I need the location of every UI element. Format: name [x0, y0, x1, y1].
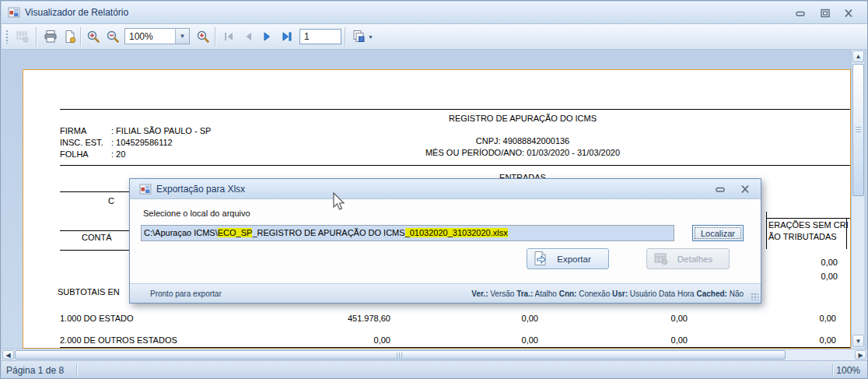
- dialog-body: Selecione o local do arquivo C:\Apuraçao…: [130, 199, 761, 283]
- zoom-tool-button[interactable]: [194, 28, 212, 45]
- save-export-button[interactable]: ▼: [349, 28, 376, 45]
- dialog-title-bar: Exportação para Xlsx: [130, 179, 761, 199]
- close-icon: [843, 9, 854, 18]
- vertical-scroll-thumb[interactable]: [852, 64, 864, 196]
- zoom-combobox[interactable]: ▼: [124, 28, 190, 44]
- partial-header-text: C: [108, 196, 114, 205]
- scroll-up-button[interactable]: ▲: [852, 51, 864, 62]
- row-label: 1.000 DO ESTADO: [60, 314, 134, 323]
- zoom-in-icon: [86, 30, 100, 44]
- file-location-label: Selecione o local do arquivo: [143, 209, 250, 218]
- app-icon: [139, 183, 152, 198]
- status-bar: Página 1 de 8 100%: [2, 360, 868, 379]
- minimize-icon: [715, 184, 726, 194]
- zoom-value-input[interactable]: [125, 29, 175, 44]
- toolbar-separator: [80, 27, 82, 47]
- close-button[interactable]: [838, 5, 859, 21]
- previous-page-button: [240, 28, 257, 45]
- first-page-icon: [222, 30, 235, 43]
- right-column-header: ÃO TRIBUTADAS: [768, 232, 837, 241]
- title-bar: Visualizador de Relatório: [2, 2, 868, 24]
- vertical-scrollbar[interactable]: ▲ ▼: [851, 50, 864, 349]
- magnifier-plus-icon: [196, 30, 210, 44]
- app-icon: [8, 6, 20, 22]
- horizontal-scrollbar[interactable]: ◀ ▶: [2, 349, 868, 360]
- status-separator: [76, 363, 78, 377]
- previous-page-icon: [242, 30, 254, 43]
- dialog-status-message: Pronto para exportar: [150, 284, 222, 304]
- resize-grip[interactable]: [751, 293, 758, 300]
- chevron-down-icon[interactable]: ▼: [175, 29, 189, 44]
- toolbar: ▼ ▼: [2, 24, 868, 50]
- window-title: Visualizador de Relatório: [25, 2, 128, 24]
- export-options-button: [14, 28, 31, 45]
- report-rule: [60, 347, 850, 348]
- export-page-icon: [534, 251, 548, 268]
- table-wrench-icon: [16, 30, 30, 44]
- next-page-button[interactable]: [259, 28, 276, 45]
- report-rule: [766, 218, 851, 219]
- dialog-minimize-button[interactable]: [710, 181, 730, 197]
- row-label: 2.000 DE OUTROS ESTADOS: [60, 335, 177, 345]
- report-viewer-window: Visualizador de Relatório: [0, 0, 868, 379]
- arrow-up-icon: ▲: [856, 53, 862, 60]
- page-info: Página 1 de 8: [6, 361, 64, 379]
- toolbar-separator: [215, 27, 216, 47]
- file-path-field[interactable]: C:\Apuraçao ICMS\ECO_SP_REGISTRO DE APUR…: [141, 225, 674, 241]
- close-icon: [740, 184, 751, 194]
- last-page-icon: [281, 30, 293, 43]
- scroll-down-button[interactable]: ▼: [852, 335, 864, 347]
- arrow-right-icon: ▶: [858, 352, 863, 359]
- zoom-out-icon: [106, 30, 120, 44]
- report-title: REGISTRO DE APURAÇÃO DO ICMS: [250, 114, 795, 123]
- dialog-close-button[interactable]: [735, 181, 755, 197]
- first-page-button: [220, 28, 237, 45]
- toolbar-grip[interactable]: [5, 30, 9, 44]
- last-page-button[interactable]: [278, 28, 296, 45]
- chevron-down-icon: ▼: [368, 34, 373, 40]
- exportar-button[interactable]: Exportar: [527, 248, 609, 269]
- arrow-down-icon: ▼: [856, 338, 862, 345]
- page-number-input[interactable]: [299, 29, 341, 44]
- zoom-level: 100%: [836, 361, 860, 379]
- localizar-button[interactable]: Localizar: [692, 225, 744, 241]
- print-button[interactable]: [42, 28, 59, 45]
- dialog-status-bar: Pronto para exportar Ver.: Versão Tra.: …: [130, 283, 761, 303]
- focus-rect: [695, 227, 741, 239]
- printer-icon: [44, 30, 58, 44]
- scroll-right-button[interactable]: ▶: [855, 350, 866, 360]
- report-period: MÊS OU PERÍODO/ANO: 01/03/2020 - 31/03/2…: [250, 148, 795, 157]
- right-column-header: ERAÇÕES SEM CRI: [768, 220, 849, 230]
- report-rule: [60, 109, 850, 110]
- status-separator: [832, 363, 834, 377]
- cell-value: 451.978,60: [297, 314, 390, 323]
- next-page-icon: [261, 30, 274, 43]
- cell-value: 0,00: [743, 335, 836, 345]
- export-document-icon: [352, 30, 367, 44]
- minimize-button[interactable]: [790, 5, 810, 21]
- cell-value: 0,00: [445, 335, 538, 345]
- cell-value: 0,00: [594, 335, 688, 345]
- cell-value: 0,00: [297, 335, 390, 345]
- detalhes-button: Detalhes: [646, 248, 730, 269]
- toolbar-separator: [345, 27, 346, 47]
- horizontal-scroll-thumb[interactable]: [15, 350, 786, 360]
- arrow-left-icon: ◀: [5, 352, 10, 359]
- page-setup-button[interactable]: [61, 28, 79, 45]
- report-rule: [60, 165, 850, 166]
- toolbar-separator: [36, 27, 37, 47]
- folha-row: FOLHA: 20: [60, 149, 125, 159]
- maximize-button[interactable]: [815, 5, 835, 21]
- zoom-in-button[interactable]: [85, 28, 102, 45]
- cell-value: 0,00: [445, 314, 538, 323]
- firma-row: FIRMA: FILIAL SÃO PAULO - SP: [60, 126, 211, 135]
- scroll-left-button[interactable]: ◀: [2, 350, 14, 360]
- subtotais-label: SUBTOTAIS EN: [58, 287, 120, 297]
- thumb-grip: [856, 127, 861, 134]
- conta-header: CONTÁ: [82, 233, 112, 242]
- insc-row: INSC. EST.: 104529586112: [60, 138, 173, 147]
- zoom-out-button[interactable]: [104, 28, 121, 45]
- thumb-grip: [397, 353, 404, 358]
- cell-value: 0,00: [743, 314, 836, 323]
- export-dialog: Exportação para Xlsx Selecione o local d…: [129, 178, 761, 304]
